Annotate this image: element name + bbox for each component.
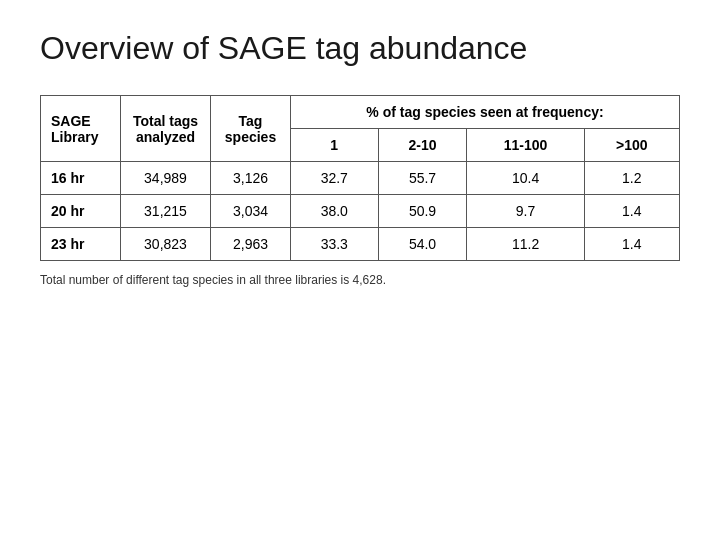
cell-tag-species-0: 3,126 <box>211 162 291 195</box>
table-body: 16 hr 34,989 3,126 32.7 55.7 10.4 1.2 20… <box>41 162 680 261</box>
cell-freq-gt100-1: 1.4 <box>584 195 679 228</box>
table-footnote: Total number of different tag species in… <box>40 273 680 287</box>
subheader-freq-2-10: 2-10 <box>378 129 467 162</box>
cell-total-tags-1: 31,215 <box>121 195 211 228</box>
table-row: 16 hr 34,989 3,126 32.7 55.7 10.4 1.2 <box>41 162 680 195</box>
cell-library-1: 20 hr <box>41 195 121 228</box>
cell-freq11-100-2: 11.2 <box>467 228 584 261</box>
cell-freq-gt100-0: 1.2 <box>584 162 679 195</box>
cell-freq1-2: 33.3 <box>291 228 379 261</box>
cell-library-0: 16 hr <box>41 162 121 195</box>
data-table: SAGELibrary Total tagsanalyzed Tagspecie… <box>40 95 680 261</box>
page-title: Overview of SAGE tag abundance <box>40 30 680 67</box>
table-row: 23 hr 30,823 2,963 33.3 54.0 11.2 1.4 <box>41 228 680 261</box>
cell-freq11-100-0: 10.4 <box>467 162 584 195</box>
cell-freq1-0: 32.7 <box>291 162 379 195</box>
cell-freq2-10-2: 54.0 <box>378 228 467 261</box>
subheader-freq-11-100: 11-100 <box>467 129 584 162</box>
subheader-freq-gt100: >100 <box>584 129 679 162</box>
cell-freq-gt100-2: 1.4 <box>584 228 679 261</box>
cell-tag-species-1: 3,034 <box>211 195 291 228</box>
cell-freq11-100-1: 9.7 <box>467 195 584 228</box>
header-total-tags: Total tagsanalyzed <box>121 96 211 162</box>
cell-total-tags-2: 30,823 <box>121 228 211 261</box>
subheader-freq-1: 1 <box>291 129 379 162</box>
cell-freq2-10-0: 55.7 <box>378 162 467 195</box>
table-row: 20 hr 31,215 3,034 38.0 50.9 9.7 1.4 <box>41 195 680 228</box>
header-sage-library: SAGELibrary <box>41 96 121 162</box>
cell-tag-species-2: 2,963 <box>211 228 291 261</box>
table-header-row: SAGELibrary Total tagsanalyzed Tagspecie… <box>41 96 680 129</box>
header-freq-span: % of tag species seen at frequency: <box>291 96 680 129</box>
cell-freq1-1: 38.0 <box>291 195 379 228</box>
cell-freq2-10-1: 50.9 <box>378 195 467 228</box>
page: Overview of SAGE tag abundance SAGELibra… <box>0 0 720 540</box>
cell-library-2: 23 hr <box>41 228 121 261</box>
header-tag-species: Tagspecies <box>211 96 291 162</box>
cell-total-tags-0: 34,989 <box>121 162 211 195</box>
